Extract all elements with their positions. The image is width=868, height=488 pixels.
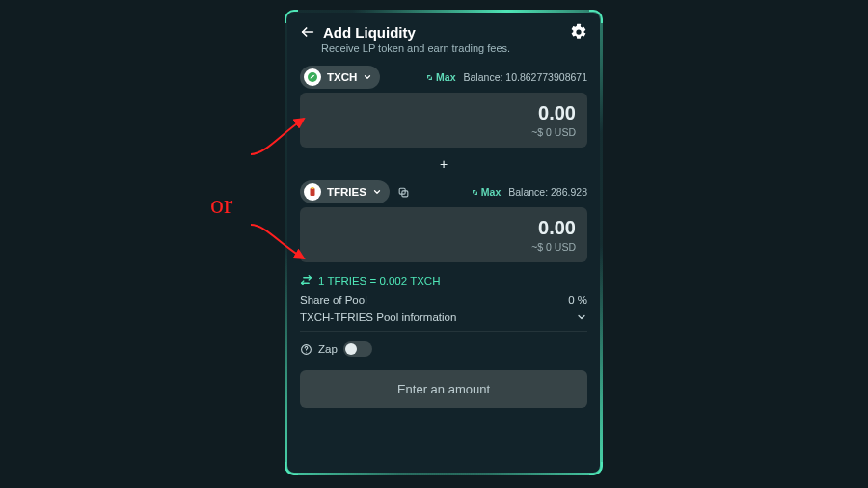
token-a-row: TXCH Max Balance: 10.862773908671 bbox=[300, 66, 587, 89]
token-a-balance: Balance: 10.862773908671 bbox=[464, 71, 587, 83]
token-a-logo-icon bbox=[304, 68, 321, 86]
submit-button-label: Enter an amount bbox=[397, 382, 490, 396]
plus-icon: + bbox=[440, 156, 448, 172]
share-of-pool-row: Share of Pool 0 % bbox=[300, 294, 587, 306]
exchange-rate-row: 1 TFRIES = 0.002 TXCH bbox=[300, 274, 587, 286]
token-a-amount-input[interactable]: 0.00 ~$ 0 USD bbox=[300, 93, 587, 148]
chevron-down-icon bbox=[576, 312, 587, 323]
corner-accent bbox=[589, 462, 603, 475]
token-b-logo-icon bbox=[304, 183, 321, 201]
chevron-down-icon bbox=[363, 72, 372, 82]
token-b-amount-usd: ~$ 0 USD bbox=[312, 241, 576, 253]
panel-header: Add Liquidity bbox=[300, 23, 587, 41]
pool-info-label: TXCH-TFRIES Pool information bbox=[300, 312, 456, 323]
gear-icon[interactable] bbox=[570, 23, 587, 41]
zap-toggle[interactable] bbox=[343, 341, 372, 357]
token-a-selector[interactable]: TXCH bbox=[300, 66, 380, 89]
submit-button[interactable]: Enter an amount bbox=[300, 370, 587, 408]
exchange-rate-text: 1 TFRIES = 0.002 TXCH bbox=[318, 275, 440, 286]
zap-row: Zap bbox=[300, 341, 587, 357]
page-subtitle: Receive LP token and earn trading fees. bbox=[321, 42, 587, 54]
token-b-balance: Balance: 286.928 bbox=[508, 186, 587, 198]
zap-label: Zap bbox=[318, 343, 338, 355]
token-b-amount: 0.00 bbox=[312, 217, 576, 239]
svg-rect-2 bbox=[311, 188, 315, 196]
add-liquidity-panel: Add Liquidity Receive LP token and earn … bbox=[285, 10, 603, 475]
corner-accent bbox=[589, 10, 603, 23]
share-value: 0 % bbox=[568, 294, 587, 306]
plus-separator: + bbox=[300, 156, 587, 172]
token-a-amount: 0.00 bbox=[312, 102, 576, 124]
pool-info-row[interactable]: TXCH-TFRIES Pool information bbox=[300, 312, 587, 323]
help-icon[interactable] bbox=[300, 343, 312, 356]
back-arrow-icon[interactable] bbox=[300, 24, 315, 40]
token-b-symbol: TFRIES bbox=[327, 186, 366, 198]
divider bbox=[300, 331, 587, 332]
svg-rect-3 bbox=[312, 187, 314, 189]
token-b-selector[interactable]: TFRIES bbox=[300, 180, 390, 203]
token-b-amount-input[interactable]: 0.00 ~$ 0 USD bbox=[300, 207, 587, 262]
annotation-or-text: or bbox=[210, 189, 232, 220]
corner-accent bbox=[285, 462, 298, 475]
token-a-amount-usd: ~$ 0 USD bbox=[312, 126, 576, 138]
chevron-down-icon bbox=[372, 187, 382, 197]
token-a-max-button[interactable]: Max bbox=[425, 71, 455, 83]
token-b-max-button[interactable]: Max bbox=[471, 186, 501, 198]
corner-accent bbox=[285, 10, 298, 23]
copy-icon[interactable] bbox=[397, 186, 410, 199]
svg-point-9 bbox=[306, 351, 307, 352]
swap-icon bbox=[300, 274, 312, 286]
token-a-symbol: TXCH bbox=[327, 71, 357, 83]
token-b-row: TFRIES Max Balance: 286.928 bbox=[300, 180, 587, 203]
share-label: Share of Pool bbox=[300, 294, 367, 306]
page-title: Add Liquidity bbox=[323, 24, 416, 41]
